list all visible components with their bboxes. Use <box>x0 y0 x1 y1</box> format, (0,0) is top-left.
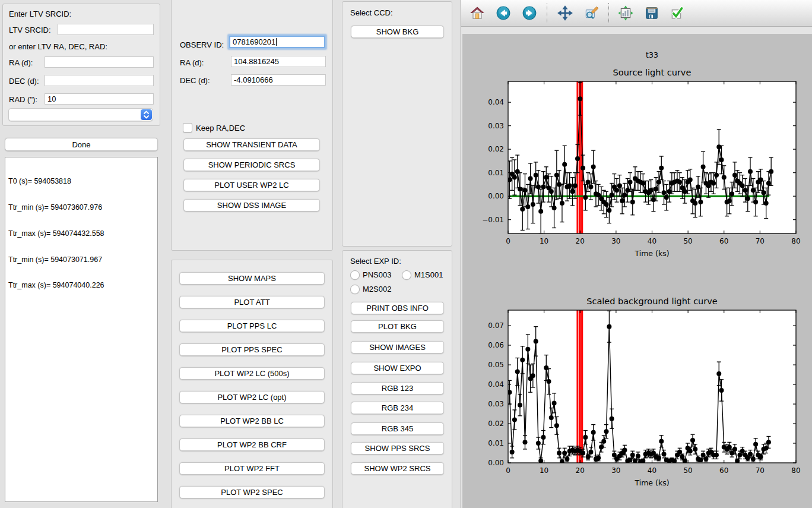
svg-text:Source light curve: Source light curve <box>613 68 692 77</box>
rgb-345-button[interactable]: RGB 345 <box>351 422 444 435</box>
figure-area: t3301020304050607080−0.010.000.010.020.0… <box>462 34 812 508</box>
plot-bkg-button[interactable]: PLOT BKG <box>351 320 444 333</box>
radio-pns003[interactable] <box>350 270 360 280</box>
ltv-dec-label: DEC (d): <box>9 77 39 86</box>
svg-text:0: 0 <box>506 466 510 475</box>
observ-id-input[interactable]: 0781690201 <box>229 36 325 48</box>
forward-button[interactable] <box>521 4 538 22</box>
svg-text:80: 80 <box>791 237 800 245</box>
plot-wp2-bb-lc-button[interactable]: PLOT WP2 BB LC <box>179 415 325 427</box>
light-curve-figure[interactable]: t3301020304050607080−0.010.000.010.020.0… <box>462 34 812 508</box>
show-expo-button[interactable]: SHOW EXPO <box>351 362 444 374</box>
plot-pps-spec-button[interactable]: PLOT PPS SPEC <box>179 343 325 356</box>
save-button[interactable] <box>643 4 661 22</box>
svg-text:0.00: 0.00 <box>488 192 504 200</box>
svg-text:10: 10 <box>540 466 548 475</box>
svg-text:Time (ks): Time (ks) <box>634 478 669 487</box>
combobox-stepper-icon[interactable] <box>141 109 152 120</box>
ltv-group-title: Enter LTV SRCID: <box>9 10 71 18</box>
apply-check-button[interactable] <box>668 4 686 22</box>
svg-text:−0.01: −0.01 <box>482 216 504 224</box>
show-maps-button[interactable]: SHOW MAPS <box>179 272 325 285</box>
log-line: Ttr_max (s)= 594074432.558 <box>8 229 154 238</box>
ltv-rad-input[interactable] <box>45 93 154 105</box>
svg-text:0.01: 0.01 <box>488 439 504 447</box>
ccd-group-title: Select CCD: <box>350 8 393 17</box>
plot-wp2-spec-button[interactable]: PLOT WP2 SPEC <box>179 486 325 498</box>
plot-user-wp2-lc-button[interactable]: PLOT USER WP2 LC <box>183 179 320 191</box>
svg-text:70: 70 <box>756 237 765 245</box>
show-periodic-srcs-button[interactable]: SHOW PERIODIC SRCS <box>183 159 320 171</box>
plot-wp2-lc-opt-button[interactable]: PLOT WP2 LC (opt) <box>179 391 325 403</box>
svg-text:0.03: 0.03 <box>488 122 504 130</box>
plot-wp2-bb-crf-button[interactable]: PLOT WP2 BB CRF <box>179 438 325 451</box>
log-line: Ttr_min (s)= 594073607.976 <box>8 203 154 212</box>
svg-text:0.01: 0.01 <box>488 169 504 177</box>
ltv-srcid-input[interactable] <box>58 24 154 35</box>
print-obs-info-button[interactable]: PRINT OBS INFO <box>351 302 444 314</box>
ltv-dec-input[interactable] <box>45 75 154 86</box>
pan-button[interactable] <box>556 4 574 22</box>
svg-text:10: 10 <box>540 237 548 245</box>
home-icon <box>470 5 485 21</box>
plot-att-button[interactable]: PLOT ATT <box>179 296 325 308</box>
text-cursor <box>276 38 277 46</box>
svg-text:70: 70 <box>756 466 765 475</box>
svg-text:0.02: 0.02 <box>488 145 504 153</box>
save-icon <box>644 5 659 21</box>
configure-subplots-icon <box>618 5 633 21</box>
log-line: Ttr_min (s)= 594073071.967 <box>8 255 154 264</box>
rgb-123-button[interactable]: RGB 123 <box>351 382 444 395</box>
obs-dec-input[interactable] <box>231 74 326 86</box>
matplotlib-toolbar <box>461 0 812 27</box>
log-listbox[interactable]: T0 (s)= 594053818 Ttr_min (s)= 594073607… <box>5 157 158 502</box>
show-images-button[interactable]: SHOW IMAGES <box>351 341 444 354</box>
show-transient-data-button[interactable]: SHOW TRANSIENT DATA <box>183 138 320 151</box>
back-icon <box>496 5 511 21</box>
ltv-srcid-group: Enter LTV SRCID: LTV SRCID: or enter LTV… <box>2 4 160 126</box>
svg-text:Time (ks): Time (ks) <box>634 249 669 258</box>
radio-m2s002[interactable] <box>350 285 360 294</box>
show-dss-image-button[interactable]: SHOW DSS IMAGE <box>183 199 320 212</box>
plot-wp2-lc-500s-button[interactable]: PLOT WP2 LC (500s) <box>179 367 325 380</box>
ccd-group: Select CCD: SHOW BKG <box>342 1 452 247</box>
configure-subplots-button[interactable] <box>617 4 635 22</box>
keep-ra-dec-checkbox[interactable] <box>183 123 192 132</box>
svg-text:0.05: 0.05 <box>488 361 504 369</box>
show-pps-srcs-button[interactable]: SHOW PPS SRCS <box>351 442 444 455</box>
svg-text:0.07: 0.07 <box>488 321 504 330</box>
svg-text:0: 0 <box>506 237 510 245</box>
svg-text:0.06: 0.06 <box>488 341 504 349</box>
svg-text:Scaled background light curve: Scaled background light curve <box>586 296 718 306</box>
observ-id-label: OBSERV ID: <box>180 40 224 49</box>
pan-icon <box>557 5 573 21</box>
svg-text:0.00: 0.00 <box>488 459 504 467</box>
show-bkg-button[interactable]: SHOW BKG <box>351 26 444 38</box>
check-icon <box>669 5 684 21</box>
plot-wp2-fft-button[interactable]: PLOT WP2 FFT <box>179 462 325 475</box>
zoom-to-rect-button[interactable] <box>582 4 600 22</box>
rgb-234-button[interactable]: RGB 234 <box>351 402 444 414</box>
ltv-ra-label: RA (d): <box>9 58 33 67</box>
done-button[interactable]: Done <box>5 138 158 151</box>
svg-text:t33: t33 <box>646 51 658 59</box>
home-button[interactable] <box>468 4 486 22</box>
toolbar-separator <box>547 3 547 23</box>
radio-m1s001[interactable] <box>402 270 411 280</box>
svg-text:0.02: 0.02 <box>488 419 504 428</box>
svg-text:60: 60 <box>719 466 728 475</box>
svg-text:40: 40 <box>648 237 656 245</box>
zoom-to-rect-icon <box>583 5 599 21</box>
obs-ra-label: RA (d): <box>180 58 204 67</box>
obs-ra-input[interactable] <box>231 56 326 67</box>
back-button[interactable] <box>494 4 512 22</box>
plot-pps-lc-button[interactable]: PLOT PPS LC <box>179 320 325 332</box>
matplotlib-pane: t3301020304050607080−0.010.000.010.020.0… <box>461 0 812 508</box>
show-wp2-srcs-button[interactable]: SHOW WP2 SRCS <box>351 462 444 475</box>
svg-text:50: 50 <box>683 466 692 475</box>
srcid-combobox[interactable] <box>8 108 153 121</box>
ltv-ra-input[interactable] <box>45 56 154 68</box>
ltv-srcid-label: LTV SRCID: <box>9 26 51 34</box>
radio-m2s002-label: M2S002 <box>363 285 391 294</box>
radio-pns003-label: PNS003 <box>363 270 391 279</box>
